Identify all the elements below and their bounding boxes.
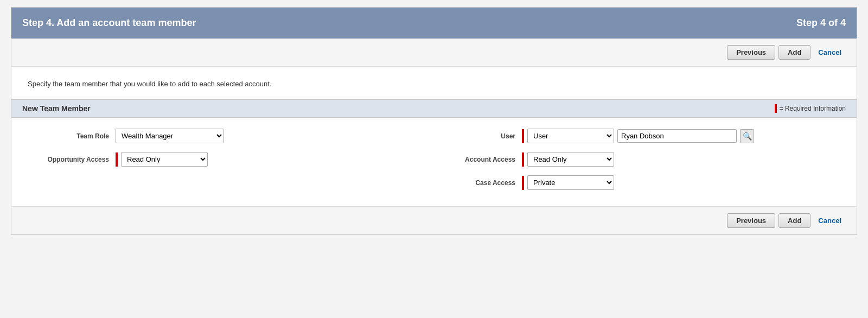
wizard-container: Step 4. Add an account team member Step … xyxy=(11,7,857,235)
bottom-cancel-link[interactable]: Cancel xyxy=(814,214,846,227)
opportunity-access-row: Opportunity Access Read Only Read/Write … xyxy=(28,152,434,167)
top-previous-button[interactable]: Previous xyxy=(727,45,775,60)
top-toolbar: Previous Add Cancel xyxy=(11,39,857,67)
team-role-label: Team Role xyxy=(28,132,109,140)
bottom-previous-button[interactable]: Previous xyxy=(727,213,775,228)
opportunity-access-select[interactable]: Read Only Read/Write No Access xyxy=(121,152,208,167)
bottom-add-button[interactable]: Add xyxy=(778,213,810,228)
team-role-select[interactable]: Wealth Manager Account Manager Sales Rep… xyxy=(116,129,224,143)
opportunity-access-control: Read Only Read/Write No Access xyxy=(116,152,208,167)
user-row: User User Group Role 🔍 xyxy=(434,129,840,143)
user-label: User xyxy=(434,132,515,140)
lookup-icon: 🔍 xyxy=(743,132,752,141)
section-header: New Team Member = Required Information xyxy=(11,99,857,118)
case-access-required-indicator xyxy=(522,176,524,190)
required-legend: = Required Information xyxy=(775,104,846,113)
account-access-control: Read Only Read/Write No Access xyxy=(522,152,614,167)
top-cancel-link[interactable]: Cancel xyxy=(814,46,846,59)
opportunity-access-required-indicator xyxy=(116,152,118,167)
top-add-button[interactable]: Add xyxy=(778,45,810,60)
account-access-label: Account Access xyxy=(434,156,515,163)
account-access-row: Account Access Read Only Read/Write No A… xyxy=(434,152,840,167)
wizard-title: Step 4. Add an account team member xyxy=(22,17,196,29)
case-access-label: Case Access xyxy=(434,179,515,187)
section-title: New Team Member xyxy=(22,104,91,113)
required-bar-icon xyxy=(775,104,777,113)
wizard-header: Step 4. Add an account team member Step … xyxy=(11,8,857,39)
team-role-control: Wealth Manager Account Manager Sales Rep… xyxy=(116,129,224,143)
case-access-control: Private Read Only Read/Write xyxy=(522,175,614,190)
user-lookup-button[interactable]: 🔍 xyxy=(740,129,754,143)
team-role-row: Team Role Wealth Manager Account Manager… xyxy=(28,129,434,143)
user-required-indicator xyxy=(522,129,524,143)
description-section: Specify the team member that you would l… xyxy=(11,67,857,99)
case-access-select[interactable]: Private Read Only Read/Write xyxy=(527,175,614,190)
form-section: Team Role Wealth Manager Account Manager… xyxy=(11,118,857,206)
case-access-row: Case Access Private Read Only Read/Write xyxy=(434,175,840,190)
user-type-select[interactable]: User Group Role xyxy=(527,129,614,143)
bottom-toolbar: Previous Add Cancel xyxy=(11,206,857,234)
user-control: User Group Role 🔍 xyxy=(522,129,754,143)
form-right: User User Group Role 🔍 xyxy=(434,129,840,190)
opportunity-access-label: Opportunity Access xyxy=(28,156,109,163)
form-left: Team Role Wealth Manager Account Manager… xyxy=(28,129,434,190)
description-text: Specify the team member that you would l… xyxy=(28,80,840,88)
required-legend-text: = Required Information xyxy=(780,105,846,112)
step-indicator: Step 4 of 4 xyxy=(796,17,846,29)
account-access-select[interactable]: Read Only Read/Write No Access xyxy=(527,152,614,167)
user-name-input[interactable] xyxy=(617,129,737,143)
account-access-required-indicator xyxy=(522,152,524,167)
form-grid: Team Role Wealth Manager Account Manager… xyxy=(28,129,840,190)
